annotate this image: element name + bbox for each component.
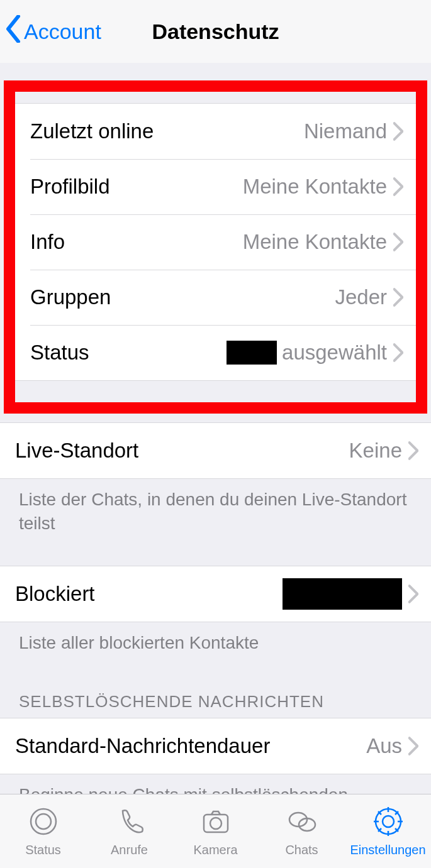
back-label: Account: [24, 19, 101, 44]
row-label: Info: [30, 230, 243, 254]
chevron-right-icon: [393, 288, 403, 307]
camera-icon: [200, 806, 232, 840]
svg-point-1: [36, 814, 51, 829]
tab-label: Einstellungen: [350, 843, 425, 857]
tab-label: Status: [25, 843, 61, 857]
blocked-note: Liste aller blockierten Kontakte: [0, 622, 431, 662]
row-profile-photo[interactable]: Profilbild Meine Kontakte: [15, 159, 416, 214]
row-value: Meine Kontakte: [243, 230, 387, 254]
row-label: Profilbild: [30, 175, 243, 199]
content-scroll: Zuletzt online Niemand Profilbild Meine …: [0, 63, 431, 794]
row-live-location[interactable]: Live-Standort Keine: [0, 423, 431, 478]
row-label: Blockiert: [15, 582, 283, 606]
tab-label: Chats: [285, 843, 318, 857]
tab-camera[interactable]: Kamera: [172, 794, 259, 868]
live-location-group: Live-Standort Keine: [0, 422, 431, 479]
row-value: Keine: [349, 439, 402, 463]
chevron-right-icon: [408, 737, 418, 755]
row-groups[interactable]: Gruppen Jeder: [15, 270, 416, 325]
phone-icon: [114, 806, 145, 840]
chevron-right-icon: [393, 122, 403, 141]
tab-label: Anrufe: [111, 843, 148, 857]
row-value: Niemand: [304, 119, 387, 143]
chevron-right-icon: [408, 441, 418, 460]
tab-status[interactable]: Status: [0, 794, 86, 868]
row-label: Gruppen: [30, 285, 335, 309]
row-last-seen[interactable]: Zuletzt online Niemand: [15, 104, 416, 159]
tabbar: Status Anrufe Kamera Chats Eins: [0, 794, 431, 868]
row-value: ausgewählt: [227, 341, 387, 365]
row-value: Jeder: [335, 285, 387, 309]
disappearing-group: Standard-Nachrichtendauer Aus: [0, 718, 431, 774]
chevron-right-icon: [408, 585, 418, 603]
redacted-block: [227, 341, 277, 365]
row-value: [283, 578, 402, 610]
chevron-right-icon: [393, 177, 403, 196]
row-value: Meine Kontakte: [243, 175, 387, 199]
svg-point-0: [31, 809, 56, 834]
disappearing-header: SELBSTLÖSCHENDE NACHRICHTEN: [0, 662, 431, 718]
row-label: Status: [30, 341, 227, 365]
row-value: Aus: [366, 734, 402, 758]
gear-icon: [372, 806, 404, 840]
tab-settings[interactable]: Einstellungen: [345, 794, 431, 868]
tab-chats[interactable]: Chats: [259, 794, 345, 868]
back-button[interactable]: Account: [5, 15, 101, 48]
svg-point-3: [210, 818, 221, 829]
row-label: Standard-Nachrichtendauer: [15, 734, 366, 758]
chat-icon: [286, 806, 318, 840]
svg-point-6: [383, 816, 394, 827]
disappearing-note: Beginne neue Chats mit selbstlöschenden: [0, 774, 431, 794]
row-label: Zuletzt online: [30, 119, 304, 143]
privacy-visibility-group: Zuletzt online Niemand Profilbild Meine …: [15, 103, 416, 381]
highlight-box: Zuletzt online Niemand Profilbild Meine …: [4, 80, 427, 414]
chevron-right-icon: [393, 343, 403, 362]
row-status[interactable]: Status ausgewählt: [15, 325, 416, 380]
row-about[interactable]: Info Meine Kontakte: [15, 214, 416, 270]
chevron-right-icon: [393, 233, 403, 251]
tab-calls[interactable]: Anrufe: [86, 794, 172, 868]
navbar: Account Datenschutz: [0, 0, 431, 63]
live-location-note: Liste der Chats, in denen du deinen Live…: [0, 479, 431, 543]
row-blocked[interactable]: Blockiert: [0, 566, 431, 622]
row-value-text: ausgewählt: [282, 341, 387, 365]
status-icon: [28, 806, 59, 840]
row-default-timer[interactable]: Standard-Nachrichtendauer Aus: [0, 718, 431, 774]
row-label: Live-Standort: [15, 439, 349, 463]
chevron-left-icon: [5, 15, 21, 48]
redacted-block: [283, 578, 402, 610]
tab-label: Kamera: [193, 843, 237, 857]
blocked-group: Blockiert: [0, 566, 431, 622]
